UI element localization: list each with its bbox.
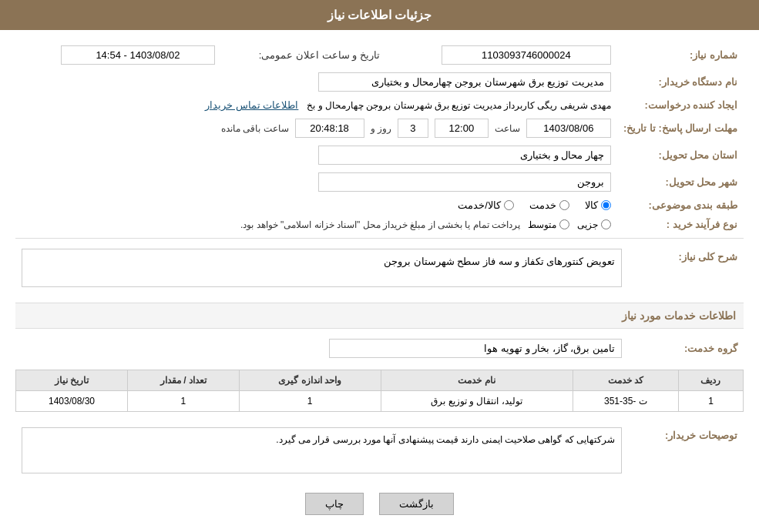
delivery-province-value: چهار محال و بختیاری	[318, 146, 611, 165]
time-remaining: 20:48:18	[295, 119, 364, 138]
category-option-goods-service[interactable]: کالا/خدمت	[458, 199, 514, 211]
page-title: جزئیات اطلاعات نیاز	[327, 8, 432, 22]
service-info-title: اطلاعات خدمات مورد نیاز	[15, 303, 744, 329]
page-header: جزئیات اطلاعات نیاز	[0, 0, 759, 30]
deadline-label: مهلت ارسال پاسخ: تا تاریخ:	[617, 115, 744, 142]
col-header-unit: واحد اندازه گیری	[239, 370, 381, 391]
buyer-notes-label: توصیحات خریدار:	[628, 423, 744, 477]
deadline-time: 12:00	[435, 119, 489, 138]
col-header-service-name: نام خدمت	[381, 370, 573, 391]
buyer-notes-value: شرکتهایی که گواهی صلاحیت ایمنی دارند قیم…	[22, 427, 622, 473]
process-desc: پرداخت تمام یا بخشی از مبلغ خریداز محل "…	[240, 219, 520, 230]
process-type-label: نوع فرآیند خرید :	[617, 215, 744, 234]
buyer-org-value: مدیریت توزیع برق شهرستان بروجن چهارمحال …	[318, 72, 611, 92]
cell-service-name: تولید، انتقال و توزیع برق	[381, 391, 573, 412]
cell-row-num: 1	[678, 391, 743, 412]
table-row: 1 ت -35-351 تولید، انتقال و توزیع برق 1 …	[16, 391, 744, 412]
deadline-days: 3	[398, 119, 428, 138]
col-header-quantity: تعداد / مقدار	[128, 370, 240, 391]
announce-datetime-label: تاریخ و ساعت اعلان عمومی:	[221, 42, 386, 69]
reference-number-label: شماره نیاز:	[617, 42, 744, 69]
back-button[interactable]: بازگشت	[379, 493, 454, 515]
cell-date: 1403/08/30	[16, 391, 128, 412]
reference-number-value: 1103093746000024	[442, 45, 611, 65]
requester-name: مهدی شریفی ریگی کاربرداز مدیریت توزیع بر…	[307, 100, 611, 111]
deadline-date: 1403/08/06	[526, 119, 611, 138]
action-buttons: بازگشت چاپ	[15, 493, 744, 530]
contact-link[interactable]: اطلاعات تماس خریدار	[205, 99, 298, 111]
delivery-province-label: استان محل تحویل:	[617, 142, 744, 169]
print-button[interactable]: چاپ	[305, 493, 364, 515]
remaining-label: ساعت باقی مانده	[221, 123, 289, 134]
cell-quantity: 1	[128, 391, 240, 412]
category-option-goods[interactable]: کالا	[585, 199, 611, 211]
process-option-partial[interactable]: جزیی	[577, 219, 611, 230]
buyer-org-label: نام دستگاه خریدار:	[617, 69, 744, 95]
announce-datetime-value: 1403/08/02 - 14:54	[61, 45, 215, 65]
col-header-service-code: کد خدمت	[573, 370, 678, 391]
process-option-medium[interactable]: متوسط	[528, 219, 569, 230]
cell-unit: 1	[239, 391, 381, 412]
days-label: روز و	[371, 123, 391, 134]
delivery-city-value: بروجن	[318, 172, 611, 192]
requester-label: ایجاد کننده درخواست:	[617, 95, 744, 115]
service-group-label: گروه خدمت:	[628, 335, 744, 362]
time-label: ساعت	[495, 123, 520, 134]
col-header-date: تاریخ نیاز	[16, 370, 128, 391]
service-group-value: تامین برق، گاز، بخار و تهویه هوا	[329, 339, 622, 358]
category-label: طبقه بندی موضوعی:	[617, 196, 744, 215]
general-desc-label: شرح کلی نیاز:	[628, 245, 744, 291]
delivery-city-label: شهر محل تحویل:	[617, 169, 744, 196]
category-option-service[interactable]: خدمت	[529, 199, 569, 211]
general-desc-value: تعویض کنتورهای تکفاز و سه فاز سطح شهرستا…	[22, 249, 622, 287]
col-header-row-num: ردیف	[678, 370, 743, 391]
cell-service-code: ت -35-351	[573, 391, 678, 412]
